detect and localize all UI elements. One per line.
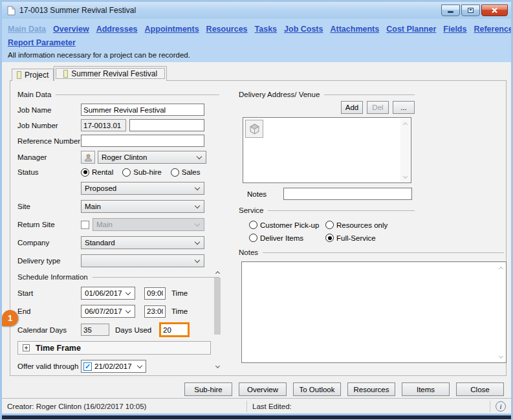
- scroll-thumb[interactable]: [214, 278, 221, 335]
- days-used-label: Days Used: [115, 326, 156, 334]
- time-frame-expander[interactable]: Time Frame: [17, 341, 211, 355]
- nav-link-addresses[interactable]: Addresses: [96, 25, 138, 34]
- manager-lookup-button[interactable]: [81, 151, 95, 164]
- venue-notes-input[interactable]: [283, 188, 412, 200]
- chevron-down-icon: [195, 221, 200, 226]
- nav-link-tasks[interactable]: Tasks: [255, 25, 278, 34]
- more-venue-button[interactable]: ...: [393, 101, 415, 114]
- company-select[interactable]: Standard: [81, 236, 204, 249]
- scroll-up-arrow[interactable]: [213, 269, 221, 276]
- offer-valid-checkbox[interactable]: ✓: [83, 362, 92, 371]
- tab-project[interactable]: Project: [12, 69, 54, 81]
- site-select[interactable]: Main: [81, 200, 204, 213]
- annotation-badge-1: 1: [2, 310, 18, 326]
- notes-section-header: Notes: [239, 248, 504, 257]
- scroll-down-arrow[interactable]: [213, 362, 221, 370]
- days-used-input[interactable]: [161, 324, 188, 335]
- window-bottom-edge: [2, 415, 511, 419]
- nav-link-appointments[interactable]: Appointments: [145, 25, 199, 34]
- job-tab-icon: [63, 70, 68, 78]
- venue-list-scrollbar[interactable]: [400, 118, 410, 182]
- close-icon: [491, 7, 498, 14]
- overview-button[interactable]: Overview: [239, 382, 287, 396]
- chevron-down-icon: [197, 153, 202, 159]
- service-radio-full-service[interactable]: Full-Service: [325, 234, 425, 242]
- nav-link-fields[interactable]: Fields: [443, 25, 466, 34]
- scroll-up-arrow[interactable]: [403, 122, 408, 127]
- sub-hire-button[interactable]: Sub-hire: [184, 382, 232, 396]
- offer-valid-select[interactable]: ✓ 21/02/2017: [81, 360, 146, 373]
- calendar-days-label: Calendar Days: [17, 326, 81, 334]
- status-radio-rental[interactable]: Rental: [81, 168, 113, 177]
- start-label: Start: [17, 289, 81, 297]
- reference-number-input[interactable]: [81, 135, 204, 147]
- calendar-days-value: [81, 324, 109, 336]
- delivery-section-header: Delivery Address/ Venue: [239, 90, 415, 99]
- nav-link-resources[interactable]: Resources: [206, 25, 248, 34]
- job-number-label: Job Number: [17, 122, 81, 129]
- delete-venue-button: Del: [367, 101, 389, 114]
- delivery-type-label: Delivery type: [17, 257, 81, 265]
- status-radio-sub-hire[interactable]: Sub-hire: [122, 168, 161, 177]
- notes-textarea[interactable]: [241, 261, 507, 363]
- nav-link-attachments[interactable]: Attachments: [331, 25, 380, 34]
- venue-item-button[interactable]: [245, 120, 263, 138]
- chevron-down-icon: [195, 203, 200, 208]
- radio-icon: [122, 168, 131, 177]
- service-radio-resources-only[interactable]: Resources only: [325, 221, 425, 229]
- items-button[interactable]: Items: [402, 382, 450, 396]
- window-controls: [441, 5, 508, 16]
- close-job-button[interactable]: Close: [456, 382, 504, 396]
- manager-select[interactable]: Roger Clinton: [98, 151, 206, 164]
- offer-valid-label: Offer valid through: [17, 362, 81, 370]
- return-site-checkbox[interactable]: [81, 221, 89, 229]
- venue-notes-label: Notes: [247, 190, 283, 198]
- tab-strip: Project Summer Revival Festival: [12, 66, 507, 81]
- service-radio-deliver-items[interactable]: Deliver Items: [249, 234, 325, 242]
- nav-link-overview[interactable]: Overview: [53, 25, 89, 34]
- status-stage-select[interactable]: Proposed: [81, 182, 204, 195]
- delivery-type-select[interactable]: [81, 254, 204, 267]
- chevron-down-icon: [126, 307, 131, 313]
- chevron-down-icon: [195, 184, 200, 190]
- minimize-button[interactable]: [441, 5, 460, 16]
- left-panel-scrollbar[interactable]: [213, 269, 221, 370]
- end-time-input[interactable]: [144, 305, 166, 318]
- tab-summer-revival-festival[interactable]: Summer Revival Festival: [54, 66, 167, 81]
- service-radio-customer-pickup[interactable]: Customer Pick-up: [249, 221, 325, 229]
- nav-header: Main Data Overview Addresses Appointment…: [2, 19, 511, 62]
- to-outlook-button[interactable]: To Outlook: [293, 382, 341, 396]
- main-data-section-header: Main Data: [17, 90, 219, 99]
- status-label: Status: [17, 168, 81, 176]
- radio-icon: [325, 221, 334, 229]
- nav-row-1: Main Data Overview Addresses Appointment…: [8, 22, 511, 36]
- add-venue-button[interactable]: Add: [341, 101, 363, 114]
- scroll-down-arrow[interactable]: [499, 354, 503, 359]
- status-radio-sales[interactable]: Sales: [171, 168, 201, 177]
- start-time-input[interactable]: [144, 287, 166, 300]
- nav-link-main-data[interactable]: Main Data: [8, 25, 46, 34]
- content-area: Project Summer Revival Festival Main Dat…: [2, 62, 511, 398]
- nav-link-cost-planner[interactable]: Cost Planner: [386, 25, 436, 34]
- maximize-icon: [468, 8, 474, 13]
- close-window-button[interactable]: [481, 5, 508, 16]
- end-date-select[interactable]: 06/07/2017: [81, 305, 135, 318]
- start-date-select[interactable]: 01/06/2017: [81, 287, 135, 300]
- maximize-button[interactable]: [461, 5, 480, 16]
- nav-link-job-costs[interactable]: Job Costs: [284, 25, 323, 34]
- delivery-section-title: Delivery Address/ Venue: [239, 91, 320, 98]
- job-name-input[interactable]: [81, 104, 204, 116]
- resources-button[interactable]: Resources: [347, 382, 395, 396]
- info-icon[interactable]: i: [496, 401, 506, 412]
- scroll-down-arrow[interactable]: [403, 174, 408, 179]
- expand-plus-icon[interactable]: [23, 344, 30, 351]
- page-description: All information necessary for a project …: [8, 51, 511, 59]
- nav-link-report-parameter[interactable]: Report Parameter: [8, 38, 76, 47]
- scroll-up-arrow[interactable]: [499, 267, 503, 271]
- start-time-caption: Time: [171, 289, 188, 297]
- venue-listbox[interactable]: [243, 117, 411, 183]
- job-number-suffix-input[interactable]: [129, 119, 204, 131]
- job-name-label: Job Name: [17, 106, 81, 114]
- chevron-down-icon: [195, 257, 200, 262]
- nav-link-references[interactable]: References: [474, 25, 513, 34]
